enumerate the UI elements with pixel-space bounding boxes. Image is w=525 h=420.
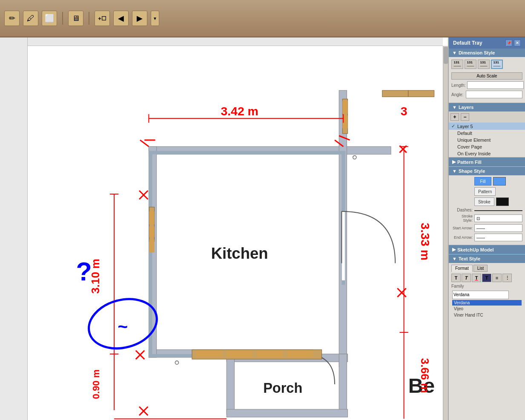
remove-layer-button[interactable]: − [461,113,469,121]
font-family-row: Family [451,284,522,289]
start-arrow-value[interactable]: —— [474,224,522,232]
layer-item-layer5[interactable]: ✓ Layer 5 [449,123,525,130]
tray-controls: 📌 ✕ [505,40,521,46]
stroke-style-value[interactable]: ⊡ [474,214,522,222]
sketchup-model-header[interactable]: ▶ SketchUp Model [449,245,525,254]
font-verdana-highlighted[interactable]: Verdana [452,300,522,306]
dim-333: 3.33 m [419,223,432,261]
italic-text-button[interactable]: T [462,274,471,282]
stroke-color-swatch[interactable] [496,197,509,206]
bold-text-button[interactable]: T [451,274,461,282]
toolbar-separator-2 [89,12,89,25]
auto-scale-button[interactable]: Auto Scale [451,72,522,80]
text-option-button[interactable]: ⋮ [502,274,512,282]
dim-format-btn-4[interactable]: 131─── [491,60,503,69]
svg-rect-25 [342,101,347,114]
pen-tool-button[interactable]: 🖊 [23,11,38,26]
dashes-row: Dashes: [451,208,522,212]
dimension-style-header[interactable]: ▼ Dimension Style [449,49,525,57]
add-element-button[interactable]: +☐ [95,11,110,26]
end-arrow-value[interactable]: —— [474,234,522,241]
fill-button[interactable]: Fill [474,177,491,186]
shape-style-body: Fill Pattern Stroke Dashes: [449,175,525,245]
pattern-fill-header[interactable]: ▶ Pattern Fill [449,157,525,166]
dim-format-btn-2[interactable]: 131─── [465,60,476,69]
add-layer-button[interactable]: + [450,113,459,121]
tray-close-button[interactable]: ✕ [514,40,521,46]
stroke-row: Stroke [451,197,522,206]
layer-item-unique[interactable]: Unique Element [449,137,525,143]
start-arrow-row: Start Arrow: —— [451,224,522,232]
stroke-button[interactable]: Stroke [474,197,494,206]
svg-rect-28 [408,90,434,97]
prev-button[interactable]: ◀ [113,11,129,26]
shape-style-arrow-icon: ▼ [452,169,457,174]
text-bg-button[interactable]: T [482,274,491,282]
layer-item-default[interactable]: Default [449,130,525,137]
text-format-buttons: T T T T ≡ ⋮ [451,274,522,282]
text-color-button[interactable]: T [472,274,481,282]
text-style-body: Format List T T T T ≡ ⋮ Family [449,263,525,321]
angle-field: Angle: [451,91,522,98]
pattern-fill-title: Pattern Fill [457,160,482,165]
svg-rect-18 [149,240,154,252]
svg-rect-14 [227,409,347,417]
fill-row: Fill [451,177,522,186]
dimension-style-section: ▼ Dimension Style 131─── 131─── 131─── 1… [449,49,525,103]
tab-format[interactable]: Format [451,265,473,272]
dim-3: 3 [401,104,407,118]
pencil-tool-button[interactable]: ✏ [4,11,20,26]
layer-item-every-inside[interactable]: On Every Inside [449,150,525,157]
default-tray-header: Default Tray 📌 ✕ [449,37,525,49]
canvas-area[interactable]: Kitchen Porch Be [0,37,448,420]
svg-rect-23 [287,351,313,357]
main-area: Kitchen Porch Be [0,37,525,420]
next-button[interactable]: ▶ [132,11,147,26]
start-arrow-icon: —— [476,226,485,231]
sketchup-arrow-icon: ▶ [452,247,456,252]
dim-format-btn-1[interactable]: 131─── [451,60,463,69]
pattern-row: Pattern [451,187,522,196]
text-align-button[interactable]: ≡ [492,274,502,282]
layer-name-cover: Cover Page [457,144,522,149]
tray-pin-button[interactable]: 📌 [505,40,512,46]
monitor-tool-button[interactable]: 🖥 [68,11,83,26]
fill-color-swatch[interactable] [493,177,506,186]
question-mark-annotation: ? [76,257,92,286]
sketchup-model-section: ▶ SketchUp Model [449,245,525,254]
sketchup-title: SketchUp Model [457,247,494,252]
text-format-tabs: Format List [451,265,522,272]
drawing-canvas[interactable]: Kitchen Porch Be [28,46,443,420]
scrollbar-thumb[interactable] [444,47,448,64]
text-style-header[interactable]: ▼ Text Style [449,254,525,263]
angle-input[interactable] [466,91,522,98]
tilde-annotation: ~ [118,317,128,336]
start-arrow-label: Start Arrow: [451,226,473,230]
layer-item-cover[interactable]: Cover Page [449,143,525,150]
left-ruler [0,37,28,420]
end-arrow-label: End Arrow: [451,235,473,240]
dim-format-btn-3[interactable]: 131─── [478,60,490,69]
length-input[interactable] [467,81,524,89]
layers-header[interactable]: ▼ Layers [449,103,525,111]
font-name-input[interactable] [452,291,509,299]
toolbar-dropdown-button[interactable]: ▼ [151,11,159,26]
layers-section: ▼ Layers + − ✓ Layer 5 Default Unique E [449,103,525,157]
shape-style-title: Shape Style [459,169,485,174]
font-vijeo-option[interactable]: Vijeo [452,306,522,312]
right-panel: Default Tray 📌 ✕ ▼ Dimension Style 131──… [448,37,525,420]
kitchen-label: Kitchen [211,245,268,262]
font-viner-option[interactable]: Viner Hand ITC [452,312,522,318]
tab-list[interactable]: List [473,265,488,272]
vertical-scrollbar[interactable] [443,46,448,420]
shape-style-header[interactable]: ▼ Shape Style [449,167,525,175]
dashes-line [474,210,522,211]
pattern-fill-section: ▶ Pattern Fill [449,157,525,167]
text-style-arrow-icon: ▼ [452,256,457,261]
eraser-tool-button[interactable]: ⬜ [42,11,57,26]
pattern-button[interactable]: Pattern [474,187,496,196]
layer-name-every: On Every Inside [457,151,522,156]
toolbar-separator-1 [62,12,63,25]
dim-090: 0.90 m [91,369,101,399]
toolbar: ✏ 🖊 ⬜ 🖥 +☐ ◀ ▶ ▼ [0,0,525,37]
